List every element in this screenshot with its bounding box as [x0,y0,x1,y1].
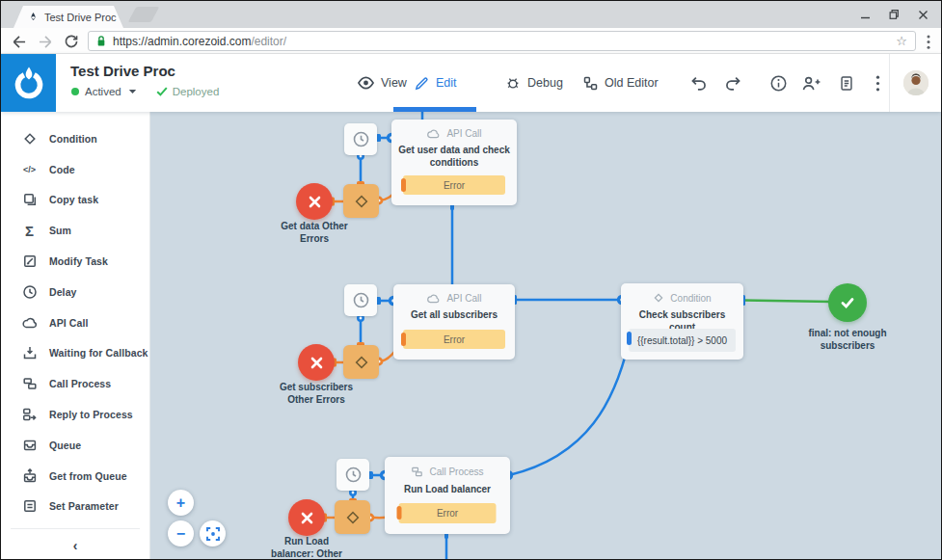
terminal-label: final: not enough subscribers [785,328,910,352]
back-button[interactable] [9,32,28,51]
sidebar-item-delay[interactable]: Delay [1,277,149,307]
window-restore-button[interactable] [879,1,908,28]
sidebar-item-reply-to-process[interactable]: Reply to Process [1,399,149,430]
call-process-icon [411,466,423,478]
tab-old-editor[interactable]: Old Editor [583,54,659,112]
x-icon [300,511,314,525]
set-parameter-icon [21,498,38,515]
error-branch[interactable]: Error [403,330,505,349]
sidebar-item-set-parameter[interactable]: Set Parameter [1,492,149,522]
sidebar-collapse-button[interactable]: ‹ [1,538,149,553]
sidebar-item-code[interactable]: </> Code [1,154,149,185]
browser-tab[interactable]: Test Drive Proc × [13,6,123,28]
sidebar-item-modify-task[interactable]: Modify Task [1,246,149,277]
reload-button[interactable] [62,32,81,51]
user-avatar[interactable] [903,70,929,95]
error-branch[interactable]: Error [399,503,497,523]
zoom-out-button[interactable]: − [168,520,194,547]
process-canvas[interactable]: API Call Get user data and check conditi… [150,112,941,559]
error-notch [397,506,402,520]
diamond-icon [344,509,362,526]
diamond-icon [653,292,664,304]
reply-process-icon [21,407,38,423]
clock-icon [344,466,363,484]
get-from-queue-icon [21,467,38,484]
node-title: Get user data and check conditions [391,145,517,169]
delay-node[interactable] [336,459,369,491]
zoom-in-button[interactable]: + [168,490,194,516]
browser-tabbar: Test Drive Proc × [1,1,941,28]
flowchart-icon [583,76,598,91]
deployed-status: Deployed [156,86,220,97]
chevron-down-icon[interactable] [128,89,137,94]
favicon-drop-icon [28,12,39,22]
terminal-label: Get subscribers Other Errors [254,382,379,406]
error-terminal-run-load-balancer[interactable] [288,499,325,536]
info-button[interactable] [767,72,789,93]
error-terminal-get-data[interactable] [296,183,333,220]
task-list-button[interactable] [836,72,857,93]
callback-icon [21,345,38,361]
sidebar-item-waiting-for-callback[interactable]: Waiting for Callback [1,338,149,369]
error-notch [401,333,406,346]
tab-edit[interactable]: Edit [415,54,457,112]
bookmark-star-icon[interactable]: ☆ [896,34,907,48]
sidebar-item-sum[interactable]: Σ Sum [1,215,149,246]
sidebar-item-condition[interactable]: Condition [1,123,149,154]
new-tab-button[interactable] [128,7,160,22]
corezoid-logo[interactable] [1,54,56,112]
sidebar-item-api-call[interactable]: API Call [1,307,149,338]
condition-diamond-node[interactable] [343,345,379,379]
app-header: Test Drive Proc Actived Deployed View Ed… [1,54,941,112]
tab-view[interactable]: View [358,54,407,112]
delay-node[interactable] [344,284,377,316]
x-icon [308,195,322,209]
https-lock-icon [96,35,106,47]
api-call-node-get-all-subscribers[interactable]: API Call Get all subscribers Error [393,284,515,360]
zoom-fit-button[interactable] [200,520,226,547]
condition-diamond-node[interactable] [335,500,370,534]
call-process-node-run-load-balancer[interactable]: Call Process Run Load balancer Error [385,457,510,534]
sidebar-item-call-process[interactable]: Call Process [1,368,149,399]
terminal-label: Run Load balancer: Other [244,536,369,559]
cloud-icon [21,314,38,331]
process-title: Test Drive Proc [70,63,175,79]
error-terminal-get-subscribers[interactable] [298,344,335,381]
forward-button[interactable] [36,32,55,51]
url-path: /editor/ [251,35,286,48]
condition-diamond-icon [21,130,38,147]
condition-expression[interactable]: {{result.total}} > 5000 [629,329,736,352]
status-label[interactable]: Actived [85,86,121,97]
tab-debug[interactable]: Debug [505,54,563,112]
final-terminal[interactable] [828,283,867,322]
code-icon: </> [21,161,38,177]
sidebar-item-get-from-queue[interactable]: Get from Queue [1,461,149,492]
modify-icon [21,253,38,270]
condition-node-check-subscribers[interactable]: Condition Check subscribers count {{resu… [621,283,743,360]
diamond-icon [353,354,370,371]
url-bar[interactable]: https://admin.corezoid.com/editor/ ☆ [88,31,916,51]
browser-menu-icon[interactable] [919,32,938,51]
api-call-node-get-user-data[interactable]: API Call Get user data and check conditi… [391,120,517,205]
browser-window: Test Drive Proc × https://adm [0,0,942,560]
deployed-label: Deployed [173,86,220,97]
cloud-icon [426,293,441,304]
clock-icon [352,130,370,148]
sidebar-item-queue[interactable]: Queue [1,430,149,461]
window-close-button[interactable] [908,1,937,28]
call-process-icon [21,376,38,392]
undo-button[interactable] [687,72,709,93]
condition-diamond-node[interactable] [343,184,379,218]
delay-node[interactable] [344,123,377,155]
kebab-menu-button[interactable] [867,72,888,93]
window-minimize-button[interactable] [850,1,879,28]
active-tab-indicator [393,107,476,112]
terminal-label: Get data Other Errors [252,221,377,245]
sidebar-item-copy-task[interactable]: Copy task [1,185,149,216]
pencil-icon [415,76,429,91]
node-title: Get all subscribers [393,309,515,322]
node-type-header: API Call [393,293,515,304]
add-user-button[interactable] [800,72,821,93]
error-branch[interactable]: Error [403,175,505,195]
redo-button[interactable] [722,72,743,93]
